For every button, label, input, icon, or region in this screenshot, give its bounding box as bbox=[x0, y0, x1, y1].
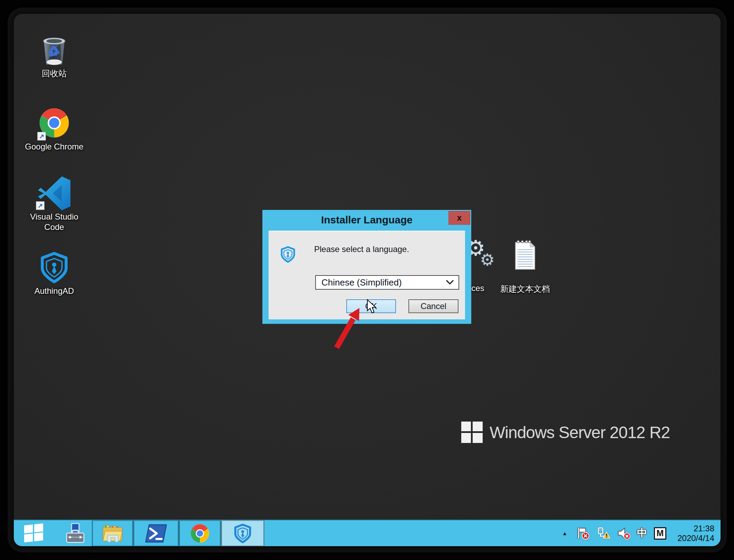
screenshot-frame: 回收站 ↗ Google Chrome ↗ Vis bbox=[0, 0, 734, 560]
desktop-icon-google-chrome[interactable]: ↗ Google Chrome bbox=[38, 107, 70, 140]
windows-start-icon bbox=[24, 523, 44, 543]
dialog-title: Installer Language bbox=[262, 210, 471, 230]
dialog-titlebar[interactable]: Installer Language x bbox=[262, 210, 471, 231]
close-button[interactable]: x bbox=[448, 211, 470, 225]
watermark-text: Windows Server 2012 R2 bbox=[490, 423, 670, 442]
os-watermark: Windows Server 2012 R2 bbox=[461, 422, 670, 443]
mouse-cursor bbox=[367, 299, 377, 315]
taskbar-clock[interactable]: 21:38 2020/4/14 bbox=[673, 524, 714, 543]
ime-language-indicator[interactable]: 中 bbox=[637, 526, 647, 540]
desktop-surface[interactable]: 回收站 ↗ Google Chrome ↗ Vis bbox=[14, 14, 721, 546]
clock-date: 2020/4/14 bbox=[673, 533, 714, 543]
ime-mode-indicator[interactable]: M bbox=[654, 527, 666, 540]
start-button[interactable] bbox=[14, 520, 54, 546]
shortcut-arrow-icon: ↗ bbox=[37, 132, 46, 141]
network-warning-icon[interactable] bbox=[596, 527, 611, 540]
language-dropdown[interactable]: Chinese (Simplified) bbox=[315, 275, 459, 290]
taskbar-item-server-manager[interactable] bbox=[59, 520, 92, 546]
recycle-bin-icon bbox=[40, 36, 68, 67]
gear-icon: ⚙ bbox=[480, 250, 495, 269]
desktop-icon-new-text-document[interactable]: 新建文本文档 bbox=[514, 239, 537, 272]
shortcut-arrow-icon: ↗ bbox=[36, 201, 45, 210]
chrome-icon bbox=[190, 523, 210, 543]
icon-label: Visual Studio Code bbox=[25, 212, 84, 232]
chevron-down-icon bbox=[446, 280, 454, 285]
icon-label: Google Chrome bbox=[25, 142, 84, 152]
taskbar: ▲ bbox=[14, 520, 721, 546]
volume-muted-icon[interactable] bbox=[617, 527, 630, 540]
taskbar-item-file-explorer[interactable] bbox=[92, 520, 133, 546]
taskbar-item-chrome[interactable] bbox=[179, 520, 221, 546]
installer-shield-icon bbox=[234, 523, 252, 543]
server-manager-icon bbox=[64, 523, 86, 544]
desktop-icon-visual-studio-code[interactable]: ↗ Visual Studio Code bbox=[37, 175, 71, 213]
icon-label: AuthingAD bbox=[25, 286, 84, 296]
windows-logo-icon bbox=[461, 422, 483, 443]
tray-overflow-button[interactable]: ▲ bbox=[562, 530, 567, 536]
icon-label: 新建文本文档 bbox=[496, 284, 554, 294]
clock-time: 21:38 bbox=[673, 524, 714, 533]
icon-label: 回收站 bbox=[25, 68, 84, 79]
cancel-button[interactable]: Cancel bbox=[408, 299, 458, 313]
desktop-icon-recycle-bin[interactable]: 回收站 bbox=[40, 36, 68, 69]
powershell-icon bbox=[145, 524, 167, 543]
language-dropdown-value: Chinese (Simplified) bbox=[321, 277, 446, 288]
file-explorer-icon bbox=[102, 524, 123, 543]
text-document-icon bbox=[514, 239, 537, 271]
dialog-message: Please select a language. bbox=[314, 244, 409, 254]
action-center-flag-icon[interactable] bbox=[576, 527, 590, 540]
system-tray: ▲ bbox=[562, 520, 714, 546]
desktop-icon-authingad[interactable]: AuthingAD bbox=[40, 251, 69, 285]
installer-shield-icon bbox=[280, 245, 296, 264]
authingad-shield-icon bbox=[40, 251, 69, 284]
taskbar-item-powershell[interactable] bbox=[133, 520, 179, 546]
taskbar-item-installer-shield-active[interactable] bbox=[221, 520, 264, 546]
